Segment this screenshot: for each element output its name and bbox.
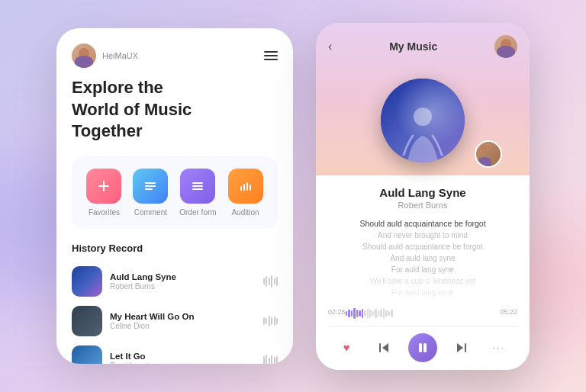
total-time: 05:22 (500, 308, 517, 319)
svg-rect-8 (240, 186, 242, 191)
action-comment[interactable]: Comment (133, 169, 168, 217)
lyrics-area: Should auld acquaintance be forgot And n… (328, 219, 517, 302)
history-title: History Record (72, 243, 278, 254)
album-art (381, 79, 465, 162)
lyric-line-4: And auld lang syne (390, 254, 455, 262)
track-artist-1: Robert Burns (110, 282, 256, 291)
username: HeiMaUX (102, 51, 138, 60)
player-top: ‹ My Music (316, 23, 530, 175)
history-item-1[interactable]: Auld Lang Syne Robert Burns (72, 262, 278, 301)
menu-line-2 (264, 55, 278, 56)
svg-rect-5 (192, 182, 203, 184)
svg-rect-2 (145, 182, 156, 184)
song-title-area: Auld Lang Syne Robert Burns (328, 186, 517, 210)
like-button[interactable]: ♥ (334, 336, 359, 360)
history-section: History Record Auld Lang Syne Robert Bur… (72, 243, 278, 364)
album-art-container (328, 66, 517, 175)
current-time: 02:26 (328, 308, 346, 319)
svg-rect-6 (192, 185, 203, 187)
svg-rect-15 (419, 343, 422, 352)
svg-rect-10 (246, 182, 248, 191)
waveform-2 (263, 316, 279, 326)
left-phone: HeiMaUX Explore the World of Music Toget… (56, 28, 293, 364)
next-button[interactable] (449, 336, 474, 360)
track-name-1: Auld Lang Syne (110, 272, 256, 281)
svg-rect-3 (145, 185, 156, 187)
player-nav: ‹ My Music (328, 35, 517, 58)
svg-rect-18 (465, 343, 466, 352)
svg-point-12 (414, 108, 432, 126)
svg-rect-14 (379, 343, 381, 352)
lyric-line-1: Should auld acquaintance be forgot (359, 219, 485, 228)
next-icon (456, 342, 468, 354)
history-item-2[interactable]: My Heart Will Go On Celine Dion (72, 301, 278, 341)
pause-icon (417, 342, 429, 354)
back-button[interactable]: ‹ (328, 40, 332, 53)
track-name-3: Let It Go (110, 352, 256, 361)
menu-button[interactable] (264, 51, 278, 60)
progress-area: 02:26 (328, 308, 517, 322)
waveform-progress[interactable] (346, 308, 501, 319)
track-thumb-1 (72, 266, 102, 297)
track-thumb-3 (72, 345, 102, 364)
hero-line1: Explore the World of Music Together (72, 77, 278, 143)
order-label: Order form (179, 208, 216, 217)
app-background: HeiMaUX Explore the World of Music Toget… (0, 0, 586, 392)
more-button[interactable]: ··· (487, 336, 511, 360)
right-phone: ‹ My Music (316, 23, 530, 370)
comment-label: Comment (134, 208, 167, 217)
history-item-3[interactable]: Let It Go Demi Lovato (72, 341, 278, 364)
progress-times: 02:26 (328, 308, 517, 319)
user-info: HeiMaUX (72, 43, 138, 68)
quick-actions-panel: Favorites Comment (72, 156, 278, 229)
hero-text: Explore the World of Music Together (72, 77, 278, 143)
audition-label: Audition (231, 208, 259, 217)
avatar (72, 43, 96, 68)
svg-rect-11 (250, 185, 251, 191)
prev-button[interactable] (372, 336, 396, 360)
player-user-avatar (494, 35, 517, 58)
song-artist: Robert Burns (328, 201, 517, 210)
action-audition[interactable]: Audition (228, 169, 263, 217)
play-pause-button[interactable] (408, 333, 437, 362)
player-controls: ♥ (328, 326, 517, 362)
dj-silhouette-icon (396, 101, 449, 162)
comment-icon (133, 169, 168, 204)
player-bottom: Auld Lang Syne Robert Burns Should auld … (316, 175, 530, 370)
song-title: Auld Lang Syne (328, 186, 517, 199)
more-icon: ··· (493, 342, 505, 353)
favorites-label: Favorites (89, 208, 120, 217)
track-info-3: Let It Go Demi Lovato (110, 352, 256, 364)
lyric-line-3: Should auld acquaintance be forgot (362, 243, 482, 251)
lyric-line-5: For auld lang syne (391, 265, 454, 274)
player-title: My Music (389, 40, 437, 53)
action-order[interactable]: Order form (179, 169, 216, 217)
track-name-2: My Heart Will Go On (110, 312, 256, 321)
left-phone-header: HeiMaUX (72, 43, 278, 68)
svg-marker-13 (382, 343, 388, 352)
svg-rect-9 (243, 184, 245, 191)
action-favorites[interactable]: Favorites (86, 169, 121, 217)
menu-line-1 (264, 51, 278, 53)
lyric-line-7: For auld lang syne (391, 288, 454, 297)
small-album-badge (475, 140, 502, 168)
favorites-icon (86, 169, 121, 204)
waveform-1 (263, 275, 279, 288)
track-info-2: My Heart Will Go On Celine Dion (110, 312, 256, 330)
track-artist-3: Demi Lovato (110, 361, 256, 364)
waveform-3 (263, 355, 279, 364)
menu-line-3 (264, 59, 278, 60)
audition-icon (228, 169, 263, 204)
order-icon (180, 169, 215, 204)
track-info-1: Auld Lang Syne Robert Burns (110, 272, 256, 291)
lyric-line-2: And never brought to mind (378, 231, 468, 239)
svg-rect-4 (145, 188, 153, 190)
track-artist-2: Celine Dion (110, 322, 256, 330)
svg-rect-7 (192, 188, 203, 190)
svg-marker-17 (457, 343, 463, 352)
svg-rect-16 (423, 343, 427, 352)
prev-icon (378, 342, 390, 354)
lyric-line-6: We'll take a cup o' kindness yet (370, 277, 476, 285)
heart-icon: ♥ (343, 341, 350, 354)
track-thumb-2 (72, 306, 102, 336)
